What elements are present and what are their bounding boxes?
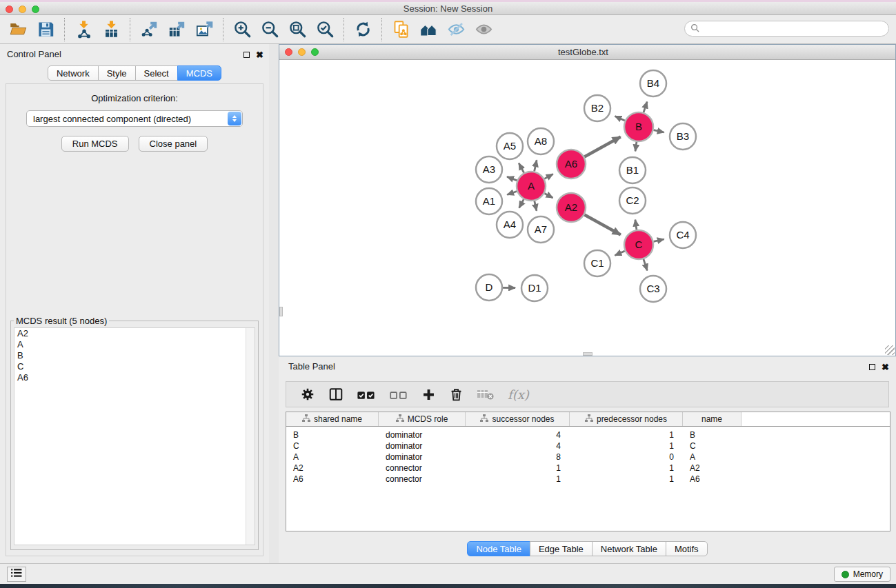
memory-button[interactable]: Memory bbox=[834, 567, 890, 582]
panel-splitter[interactable] bbox=[269, 44, 279, 563]
graph-node-C[interactable]: C bbox=[624, 230, 653, 259]
first-neighbors-button[interactable] bbox=[415, 17, 442, 42]
tab-node-table[interactable]: Node Table bbox=[467, 541, 530, 556]
graph-node-A3[interactable]: A3 bbox=[476, 156, 502, 183]
graph-node-C2[interactable]: C2 bbox=[619, 187, 646, 214]
graph-node-C1[interactable]: C1 bbox=[584, 250, 610, 276]
column-header-successor-nodes[interactable]: successor nodes bbox=[466, 412, 570, 426]
close-panel-button[interactable]: Close panel bbox=[139, 136, 208, 152]
select-all-button[interactable] bbox=[357, 387, 376, 402]
graph-edge-A6-B[interactable] bbox=[584, 137, 620, 157]
graph-node-C4[interactable]: C4 bbox=[670, 222, 696, 248]
network-bottom-scrollbar[interactable] bbox=[583, 352, 593, 356]
network-canvas[interactable]: B4B2BB3A8A5A6A3B1AA1C2A2A4A7C4CC1C3DD1 bbox=[279, 60, 895, 356]
show-columns-button[interactable] bbox=[328, 387, 344, 402]
graph-edge-A-A3[interactable] bbox=[507, 176, 517, 181]
graph-node-A5[interactable]: A5 bbox=[497, 133, 523, 159]
tab-select[interactable]: Select bbox=[135, 65, 178, 81]
tab-network[interactable]: Network bbox=[48, 65, 99, 81]
graph-edge-A-A5[interactable] bbox=[519, 163, 524, 173]
graph-node-A2[interactable]: A2 bbox=[557, 193, 586, 222]
graph-edge-C-C2[interactable] bbox=[635, 220, 637, 230]
graph-node-D[interactable]: D bbox=[476, 274, 502, 301]
task-history-button[interactable] bbox=[7, 567, 26, 582]
graph-edge-C-C4[interactable] bbox=[654, 239, 664, 241]
show-all-button[interactable] bbox=[470, 17, 497, 42]
add-entry-button[interactable] bbox=[421, 387, 436, 402]
delete-entry-button[interactable] bbox=[449, 387, 464, 402]
save-session-button[interactable] bbox=[32, 17, 59, 42]
open-session-button[interactable] bbox=[4, 17, 32, 42]
control-panel-close-button[interactable]: ✖ bbox=[256, 51, 263, 59]
table-panel-float-button[interactable] bbox=[869, 361, 875, 373]
table-row[interactable]: Cdominator41C bbox=[286, 440, 890, 452]
search-input[interactable] bbox=[703, 23, 888, 34]
run-mcds-button[interactable]: Run MCDS bbox=[61, 136, 129, 152]
graph-node-A7[interactable]: A7 bbox=[528, 216, 554, 243]
graph-edge-A-A7[interactable] bbox=[535, 201, 537, 211]
graph-node-A[interactable]: A bbox=[517, 172, 546, 201]
mcds-result-item[interactable]: C bbox=[14, 361, 255, 372]
export-image-button[interactable] bbox=[190, 17, 218, 42]
zoom-in-button[interactable] bbox=[228, 17, 256, 42]
graph-node-A8[interactable]: A8 bbox=[528, 128, 554, 154]
graph-node-A1[interactable]: A1 bbox=[476, 188, 502, 214]
tab-mcds[interactable]: MCDS bbox=[177, 65, 221, 81]
network-resize-grip[interactable] bbox=[885, 345, 895, 355]
export-network-button[interactable] bbox=[135, 17, 163, 42]
graph-node-A4[interactable]: A4 bbox=[497, 212, 523, 238]
graph-edge-B-B3[interactable] bbox=[654, 130, 664, 132]
graph-node-D1[interactable]: D1 bbox=[521, 275, 548, 301]
graph-edge-A-A1[interactable] bbox=[507, 192, 517, 195]
search-field[interactable] bbox=[684, 21, 889, 37]
new-network-from-selection-button[interactable] bbox=[387, 17, 415, 42]
import-table-button[interactable] bbox=[97, 17, 125, 42]
graph-node-B3[interactable]: B3 bbox=[670, 123, 696, 150]
graph-edge-B-B2[interactable] bbox=[615, 116, 625, 121]
hide-selected-button[interactable] bbox=[442, 17, 470, 42]
network-left-scrollbar[interactable] bbox=[279, 307, 283, 316]
table-row[interactable]: Bdominator41B bbox=[286, 429, 890, 440]
export-table-button[interactable] bbox=[163, 17, 190, 42]
graph-node-B[interactable]: B bbox=[624, 112, 653, 141]
criterion-dropdown[interactable]: largest connected component (directed) bbox=[26, 110, 243, 127]
graph-node-B4[interactable]: B4 bbox=[640, 70, 666, 97]
graph-edge-A-A8[interactable] bbox=[535, 160, 537, 171]
graph-edge-B-B1[interactable] bbox=[635, 142, 637, 152]
graph-edge-B-B4[interactable] bbox=[644, 102, 647, 113]
graph-node-B1[interactable]: B1 bbox=[619, 157, 646, 183]
deselect-all-button[interactable] bbox=[389, 387, 408, 402]
tab-style[interactable]: Style bbox=[98, 65, 136, 81]
mcds-result-item[interactable]: A6 bbox=[14, 372, 255, 383]
graph-node-B2[interactable]: B2 bbox=[584, 95, 610, 121]
table-row[interactable]: Adominator80A bbox=[286, 452, 890, 463]
graph-edge-A2-C[interactable] bbox=[584, 215, 620, 235]
table-settings-button[interactable] bbox=[300, 387, 315, 402]
mcds-result-item[interactable]: A2 bbox=[14, 328, 255, 339]
graph-edge-A-A2[interactable] bbox=[544, 193, 552, 198]
graph-edge-A-A6[interactable] bbox=[544, 174, 552, 179]
zoom-out-button[interactable] bbox=[256, 17, 283, 42]
mcds-result-item[interactable]: A bbox=[14, 339, 255, 350]
graph-edge-C-C3[interactable] bbox=[644, 259, 647, 271]
graph-node-C3[interactable]: C3 bbox=[640, 276, 666, 302]
tab-network-table[interactable]: Network Table bbox=[592, 541, 666, 556]
network-window-titlebar[interactable]: testGlobe.txt bbox=[279, 45, 895, 60]
import-network-button[interactable] bbox=[70, 17, 97, 42]
column-header-shared-name[interactable]: shared name bbox=[286, 412, 379, 426]
zoom-fit-button[interactable] bbox=[283, 17, 311, 42]
column-header-predecessor-nodes[interactable]: predecessor nodes bbox=[570, 412, 683, 426]
control-panel-float-button[interactable] bbox=[243, 48, 250, 61]
graph-edge-A-A4[interactable] bbox=[519, 199, 524, 207]
column-header-mcds-role[interactable]: MCDS role bbox=[379, 412, 466, 426]
table-row[interactable]: A2connector11A2 bbox=[286, 463, 890, 474]
graph-node-A6[interactable]: A6 bbox=[557, 150, 586, 179]
mcds-result-item[interactable]: B bbox=[14, 350, 255, 361]
tab-motifs[interactable]: Motifs bbox=[666, 541, 708, 556]
mcds-result-scrollbar[interactable] bbox=[246, 328, 255, 545]
graph-edge-C-C1[interactable] bbox=[615, 251, 625, 256]
table-panel-close-button[interactable]: ✖ bbox=[882, 363, 889, 371]
apply-layout-button[interactable] bbox=[349, 17, 377, 42]
column-header-name[interactable]: name bbox=[683, 412, 741, 426]
table-row[interactable]: A6connector11A6 bbox=[286, 474, 890, 485]
